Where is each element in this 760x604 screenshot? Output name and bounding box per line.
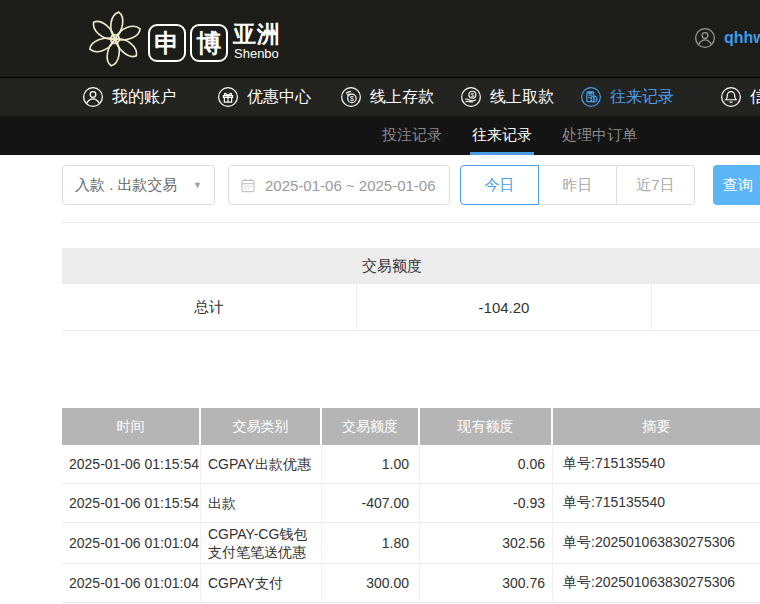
brand-glyph-shen: 申 <box>148 24 186 62</box>
main-nav: 我的账户 优惠中心 $ 线上存款 $ <box>0 77 760 116</box>
nav-label: 往来记录 <box>610 87 674 108</box>
cell-balance: -0.93 <box>420 484 553 522</box>
nav-label: 信 <box>750 87 760 108</box>
cell-time: 2025-01-06 01:01:04 <box>62 523 201 563</box>
cell-amount: 1.80 <box>322 523 420 563</box>
subtab-processing-orders[interactable]: 处理中订单 <box>562 116 637 155</box>
brand-name-en: Shenbo <box>234 46 279 61</box>
chevron-down-icon: ▼ <box>193 180 202 190</box>
cell-type: CGPAY支付 <box>201 564 322 602</box>
summary-table: 交易额度 总计 -104.20 <box>62 248 760 331</box>
cell-type: CGPAY-CG钱包支付笔笔送优惠 <box>201 523 322 563</box>
summary-table-header: 交易额度 <box>62 248 760 284</box>
nav-label: 线上存款 <box>370 87 434 108</box>
nav-item-deposit[interactable]: $ 线上存款 <box>340 78 434 116</box>
top-header: 申 博 亚洲 Shenbo qhhw <box>0 0 760 77</box>
deposit-coin-icon: $ <box>340 86 362 108</box>
username-label: qhhw <box>724 29 760 47</box>
subtab-label: 投注记录 <box>382 126 442 145</box>
cell-balance: 0.06 <box>420 445 553 483</box>
column-header-type: 交易类别 <box>201 408 322 445</box>
cell-note: 单号:715135540 <box>553 445 760 483</box>
cell-balance: 300.76 <box>420 564 553 602</box>
active-tab-underline <box>470 152 534 155</box>
date-range-value: 2025-01-06 ~ 2025-01-06 <box>265 177 436 194</box>
user-icon <box>82 86 104 108</box>
transactions-table: 时间 交易类别 交易额度 现有额度 摘要 2025-01-06 01:15:54… <box>62 408 760 603</box>
cell-amount: 300.00 <box>322 564 420 602</box>
nav-label: 优惠中心 <box>247 87 311 108</box>
nav-item-promotions[interactable]: 优惠中心 <box>217 78 311 116</box>
transactions-header-row: 时间 交易类别 交易额度 现有额度 摘要 <box>62 408 760 445</box>
search-button[interactable]: 查询 <box>713 165 760 205</box>
account-menu[interactable]: qhhw <box>694 27 760 49</box>
quick-date-buttons: 今日 昨日 近7日 <box>460 165 695 205</box>
column-header-balance: 现有额度 <box>420 408 553 445</box>
calendar-icon <box>240 177 256 193</box>
nav-item-messages[interactable]: 信 <box>720 78 760 116</box>
subtab-label: 往来记录 <box>472 126 532 145</box>
table-row: 2025-01-06 01:01:04 CGPAY支付 300.00 300.7… <box>62 564 760 603</box>
table-row: 2025-01-06 01:01:04 CGPAY-CG钱包支付笔笔送优惠 1.… <box>62 523 760 564</box>
cell-time: 2025-01-06 01:15:54 <box>62 445 201 483</box>
cell-note: 单号:715135540 <box>553 484 760 522</box>
last7days-button[interactable]: 近7日 <box>616 165 695 205</box>
cell-time: 2025-01-06 01:15:54 <box>62 484 201 522</box>
summary-empty-cell <box>652 284 760 330</box>
nav-item-withdraw[interactable]: $ 线上取款 <box>460 78 554 116</box>
table-row: 2025-01-06 01:15:54 CGPAY出款优惠 1.00 0.06 … <box>62 445 760 484</box>
yesterday-button[interactable]: 昨日 <box>538 165 617 205</box>
cell-time: 2025-01-06 01:01:04 <box>62 564 201 602</box>
brand-flower-icon <box>84 6 146 70</box>
subtab-label: 处理中订单 <box>562 126 637 145</box>
select-value: 入款 . 出款交易 <box>75 176 178 195</box>
summary-total-row: 总计 -104.20 <box>62 284 760 331</box>
cell-type: 出款 <box>201 484 322 522</box>
svg-text:$: $ <box>350 95 354 102</box>
withdraw-hand-icon: $ <box>460 86 482 108</box>
cell-amount: -407.00 <box>322 484 420 522</box>
bell-icon <box>720 86 742 108</box>
summary-total-value: -104.20 <box>357 284 652 330</box>
subtab-transaction-records[interactable]: 往来记录 <box>472 116 532 155</box>
svg-text:$: $ <box>471 92 475 98</box>
subtab-betting-records[interactable]: 投注记录 <box>382 116 442 155</box>
nav-label: 我的账户 <box>112 87 176 108</box>
brand-glyph-bo: 博 <box>190 24 228 62</box>
section-divider <box>62 222 760 223</box>
column-header-note: 摘要 <box>553 408 760 445</box>
user-avatar-icon <box>694 27 716 49</box>
column-header-amount: 交易额度 <box>322 408 420 445</box>
cell-note: 单号:202501063830275306 <box>553 564 760 602</box>
table-row: 2025-01-06 01:15:54 出款 -407.00 -0.93 单号:… <box>62 484 760 523</box>
records-subnav: 投注记录 往来记录 处理中订单 <box>0 116 760 155</box>
summary-header-label: 交易额度 <box>62 248 722 284</box>
transaction-type-select[interactable]: 入款 . 出款交易 ▼ <box>62 165 215 205</box>
cell-balance: 302.56 <box>420 523 553 563</box>
nav-item-my-account[interactable]: 我的账户 <box>82 78 176 116</box>
column-header-time: 时间 <box>62 408 201 445</box>
summary-row-label: 总计 <box>62 284 357 330</box>
gift-icon <box>217 86 239 108</box>
nav-label: 线上取款 <box>490 87 554 108</box>
nav-item-records[interactable]: 往来记录 <box>580 78 674 116</box>
today-button[interactable]: 今日 <box>460 165 539 205</box>
date-range-picker[interactable]: 2025-01-06 ~ 2025-01-06 <box>228 165 450 205</box>
cell-note: 单号:202501063830275306 <box>553 523 760 563</box>
records-clipboard-icon <box>580 86 602 108</box>
cell-amount: 1.00 <box>322 445 420 483</box>
cell-type: CGPAY出款优惠 <box>201 445 322 483</box>
